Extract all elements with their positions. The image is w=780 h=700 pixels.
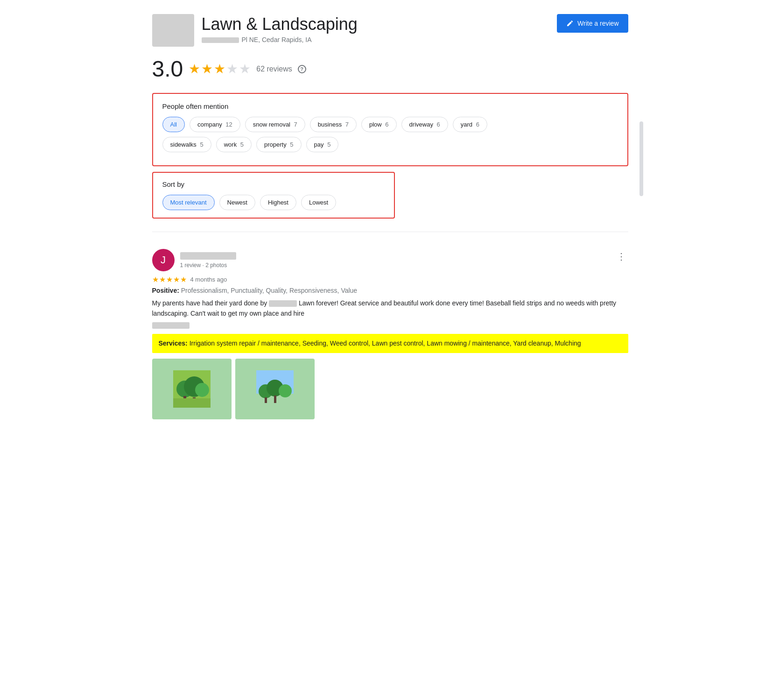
business-logo <box>152 14 194 47</box>
review-star-2: ★ <box>159 275 166 284</box>
review-photo-2[interactable] <box>235 359 315 419</box>
chip-property[interactable]: property 5 <box>256 137 302 152</box>
stars-display: ★ ★ ★ ★ ★ <box>189 61 251 77</box>
review-count: 62 reviews <box>256 65 292 73</box>
address-blur-block <box>202 37 239 43</box>
reviewer-header: J 1 review · 2 photos ⋮ <box>152 249 628 271</box>
review-name-blur-1 <box>269 300 297 307</box>
business-info: Lawn & Landscaping Pl NE, Cedar Rapids, … <box>202 14 358 43</box>
photo-trees-icon <box>173 370 211 408</box>
chip-plow[interactable]: plow 6 <box>361 117 397 132</box>
review-photos <box>152 359 628 419</box>
review-item: J 1 review · 2 photos ⋮ ★ ★ ★ ★ ★ 4 mont… <box>152 241 628 427</box>
scrollbar[interactable] <box>639 121 643 196</box>
svg-rect-12 <box>265 397 267 403</box>
svg-rect-6 <box>173 398 211 408</box>
header: Lawn & Landscaping Pl NE, Cedar Rapids, … <box>152 14 628 47</box>
review-text: My parents have had their yard done by L… <box>152 298 628 329</box>
sort-by-box: Sort by Most relevant Newest Highest Low… <box>152 172 395 219</box>
chip-yard[interactable]: yard 6 <box>453 117 487 132</box>
chip-sidewalks[interactable]: sidewalks 5 <box>162 137 211 152</box>
more-options-icon[interactable]: ⋮ <box>615 249 628 264</box>
write-review-button[interactable]: Write a review <box>557 14 628 33</box>
sort-chips-row: Most relevant Newest Highest Lowest <box>162 195 385 210</box>
star-1: ★ <box>189 61 200 77</box>
reviewer-name-blur-block <box>180 252 236 261</box>
review-positive: Positive: Professionalism, Punctuality, … <box>152 287 628 294</box>
review-name-blur-2 <box>152 322 190 329</box>
chip-driveway[interactable]: driveway 6 <box>401 117 448 132</box>
star-3: ★ <box>214 61 225 77</box>
chip-work[interactable]: work 5 <box>216 137 252 152</box>
review-stars: ★ ★ ★ ★ ★ <box>152 275 187 284</box>
rating-section: 3.0 ★ ★ ★ ★ ★ 62 reviews ? <box>152 56 628 82</box>
review-divider <box>152 232 628 232</box>
reviewer-name-blurred <box>180 252 236 260</box>
sort-chip-lowest[interactable]: Lowest <box>301 195 336 210</box>
svg-point-3 <box>195 383 209 397</box>
chip-all[interactable]: All <box>162 117 185 132</box>
svg-rect-13 <box>274 396 276 403</box>
avatar: J <box>152 249 175 271</box>
photo-trees-icon-2 <box>256 370 294 408</box>
review-star-1: ★ <box>152 275 159 284</box>
review-stars-row: ★ ★ ★ ★ ★ 4 months ago <box>152 275 628 284</box>
sort-chip-newest[interactable]: Newest <box>219 195 255 210</box>
sort-chip-most-relevant[interactable]: Most relevant <box>162 195 215 210</box>
services-box: Services: Irrigation system repair / mai… <box>152 334 628 353</box>
svg-point-11 <box>279 384 292 397</box>
pencil-icon <box>566 20 574 27</box>
header-left: Lawn & Landscaping Pl NE, Cedar Rapids, … <box>152 14 358 47</box>
chip-pay[interactable]: pay 5 <box>306 137 339 152</box>
sort-chip-highest[interactable]: Highest <box>260 195 296 210</box>
chip-company[interactable]: company 12 <box>190 117 240 132</box>
chip-snow-removal[interactable]: snow removal 7 <box>245 117 305 132</box>
star-4: ★ <box>226 61 238 77</box>
review-star-3: ★ <box>166 275 173 284</box>
star-5: ★ <box>239 61 251 77</box>
chip-business[interactable]: business 7 <box>310 117 357 132</box>
mention-title: People often mention <box>162 102 618 110</box>
mention-chips-row2: sidewalks 5 work 5 property 5 pay 5 <box>162 137 618 152</box>
business-name: Lawn & Landscaping <box>202 14 358 34</box>
review-star-4: ★ <box>173 275 180 284</box>
review-photo-1[interactable] <box>152 359 232 419</box>
reviewer-left: J 1 review · 2 photos <box>152 249 236 271</box>
review-time: 4 months ago <box>190 276 227 283</box>
people-mention-box: People often mention All company 12 snow… <box>152 93 628 166</box>
reviewer-meta: 1 review · 2 photos <box>180 262 236 269</box>
rating-number: 3.0 <box>152 56 183 82</box>
help-icon[interactable]: ? <box>298 65 306 73</box>
sort-title: Sort by <box>162 180 385 188</box>
review-star-5: ★ <box>180 275 187 284</box>
reviewer-info: 1 review · 2 photos <box>180 252 236 269</box>
business-address: Pl NE, Cedar Rapids, IA <box>202 36 358 43</box>
mention-chips-row1: All company 12 snow removal 7 business 7… <box>162 117 618 132</box>
star-2: ★ <box>201 61 213 77</box>
